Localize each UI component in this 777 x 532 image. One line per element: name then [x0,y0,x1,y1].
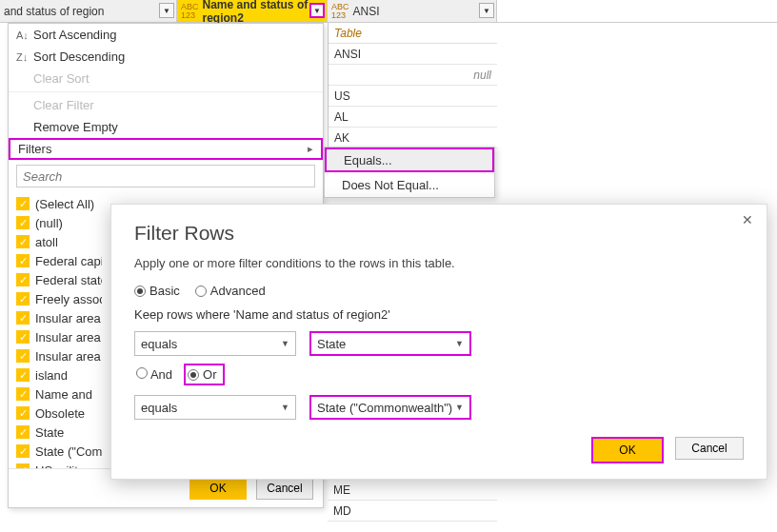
chevron-down-icon: ▼ [455,403,464,412]
equals-item[interactable]: Equals... [325,148,494,172]
check-label: Federal capital [35,254,102,268]
operator-select-1[interactable]: equals▼ [134,331,296,356]
close-icon[interactable]: ✕ [738,212,757,231]
check-label: Insular area [35,311,101,325]
advanced-radio[interactable]: Advanced [195,284,266,298]
chevron-down-icon: ▼ [455,339,464,348]
column-header-ansi[interactable]: ABC123 ANSI ▼ [328,0,497,22]
table-row[interactable]: AL [329,107,497,128]
clear-sort: Clear Sort [9,68,323,89]
chevron-down-icon: ▼ [281,339,289,348]
ansi-column-values: Table ANSI null US AL AK [328,23,497,148]
dropdown-icon[interactable]: ▼ [479,3,494,18]
checkbox-icon: ✓ [16,444,30,458]
check-label: Obsolete [35,406,85,421]
condition-row-1: equals▼ State▼ [134,331,744,356]
checkbox-icon: ✓ [16,330,30,344]
check-label: Insular area [35,349,101,364]
check-label: Federal state [35,273,102,287]
dialog-hint: Apply one or more filter conditions to t… [134,256,744,270]
checkbox-icon: ✓ [16,368,30,382]
keep-label: Keep rows where 'Name and status of regi… [134,307,744,322]
or-radio[interactable]: Or [184,364,224,385]
checkbox-icon: ✓ [16,311,30,325]
table-row[interactable]: MD [328,501,497,522]
dialog-buttons: OK Cancel [591,437,744,463]
checkbox-icon: ✓ [16,406,30,420]
filters-item[interactable]: Filters [9,138,323,160]
dropdown-icon[interactable]: ▼ [309,3,325,18]
cancel-button[interactable]: Cancel [256,477,313,500]
search-input[interactable] [16,165,315,187]
column-header-region2[interactable]: ABC123 Name and status of region2 ▼ [177,0,328,22]
search-box [16,165,315,187]
check-label: Insular area [35,330,101,345]
column-headers: and status of region ▼ ABC123 Name and s… [0,0,777,23]
table-row[interactable]: US [329,86,497,107]
ok-button[interactable]: OK [593,439,662,462]
sort-ascending[interactable]: A↓Sort Ascending [9,24,323,46]
checkbox-icon: ✓ [16,425,30,439]
checkbox-icon: ✓ [16,292,30,305]
chevron-down-icon: ▼ [281,403,289,412]
check-label: Freely associated [35,292,102,306]
ok-button[interactable]: OK [189,477,247,500]
checkbox-icon: ✓ [16,254,30,267]
clear-filter: Clear Filter [9,94,323,116]
sort-descending[interactable]: Z↓Sort Descending [9,46,323,68]
checkbox-icon: ✓ [16,387,30,401]
check-label: State ("Commonwealth") [35,444,102,459]
check-label: island [35,368,68,383]
value-select-2[interactable]: State ("Commonwealth")▼ [309,395,471,420]
check-label: (Select All) [35,197,94,211]
value-select-1[interactable]: State▼ [309,331,471,356]
operator-select-2[interactable]: equals▼ [134,395,296,420]
condition-row-2: equals▼ State ("Commonwealth")▼ [134,395,744,420]
remove-empty[interactable]: Remove Empty [9,116,323,138]
check-label: Name and [35,387,92,402]
and-or-selector: And Or [136,364,744,385]
table-header: Table [329,23,497,44]
filter-rows-dialog: ✕ Filter Rows Apply one or more filter c… [110,204,767,480]
checkbox-icon: ✓ [16,235,30,248]
dialog-title: Filter Rows [134,222,744,245]
check-label: atoll [35,235,58,249]
type-badge: ABC123 [331,3,349,20]
cancel-button[interactable]: Cancel [675,437,744,460]
check-label: (null) [35,216,63,230]
checkbox-icon: ✓ [16,197,30,210]
does-not-equal-item[interactable]: Does Not Equal... [325,172,494,197]
sort-asc-icon: A↓ [16,30,33,41]
checkbox-icon: ✓ [16,216,30,229]
text-filters-submenu: Equals... Does Not Equal... [324,147,495,198]
and-radio[interactable]: And [136,367,172,382]
table-row[interactable]: null [329,65,497,86]
check-label: State [35,425,64,440]
sort-desc-icon: Z↓ [16,51,33,63]
check-label: US military [35,463,95,469]
column-label: ANSI [353,5,380,18]
table-row[interactable]: ANSI [329,44,497,65]
table-row[interactable]: ME [328,480,497,501]
ansi-column-bottom: ME MD [328,480,497,522]
checkbox-icon: ✓ [16,349,30,363]
type-badge: ABC123 [181,3,199,20]
column-label: and status of region [4,5,104,18]
dropdown-icon[interactable]: ▼ [159,3,174,18]
mode-selector: Basic Advanced [134,284,744,298]
table-row[interactable]: AK [329,128,497,148]
column-label: Name and status of region2 [203,0,323,25]
basic-radio[interactable]: Basic [134,284,180,298]
column-header-region1[interactable]: and status of region ▼ [0,0,177,22]
checkbox-icon: ✓ [16,273,30,286]
checkbox-icon: ✓ [16,463,30,468]
